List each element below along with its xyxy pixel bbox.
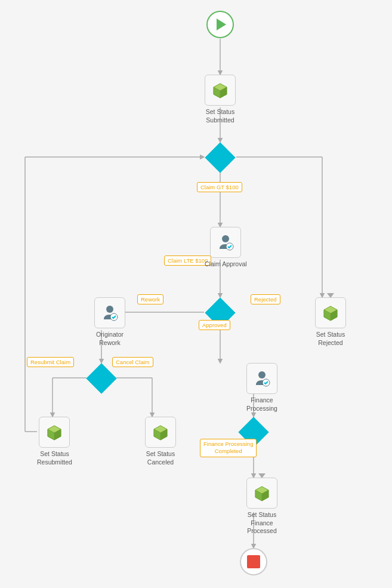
decision2-node: Approved xyxy=(205,297,236,328)
claim-gt-100-badge: Claim GT $100 xyxy=(197,182,242,192)
originator-rework-icon xyxy=(101,304,119,322)
rejected-triangle xyxy=(327,293,334,298)
cube-icon-resubmitted xyxy=(45,423,63,441)
claim-approval-node: Claim Approval xyxy=(205,227,247,269)
decision3-diamond xyxy=(87,364,117,394)
set-status-resubmitted-label: Set StatusResubmitted xyxy=(37,450,72,466)
svg-point-25 xyxy=(106,306,113,313)
end-square xyxy=(247,555,260,568)
decision3-node xyxy=(86,363,117,394)
originator-rework-node: Originator Rework xyxy=(86,297,134,347)
set-status-finance-processed-label: Set Status FinanceProcessed xyxy=(238,511,286,535)
cancel-claim-badge: Cancel Claim xyxy=(112,357,153,367)
set-status-rejected-label: Set Status Rejected xyxy=(307,331,354,347)
finance-processed-triangle xyxy=(258,473,266,478)
cube-icon-rejected xyxy=(322,304,339,322)
rework-badge: Rework xyxy=(137,294,163,304)
resubmit-claim-badge: Resubmit Claim xyxy=(27,357,74,367)
set-status-rejected-node: Set Status Rejected xyxy=(307,297,354,347)
user-approval-icon xyxy=(217,233,234,251)
workflow-diagram: Set StatusSubmitted Claim GT $100 Claim … xyxy=(0,0,392,588)
finance-completed-badge: Finance ProcessingCompleted xyxy=(200,439,257,457)
cube-icon-finance-processed xyxy=(253,484,271,502)
start-circle xyxy=(206,11,234,38)
end-node xyxy=(240,548,267,575)
set-status-submitted-label: Set StatusSubmitted xyxy=(206,108,234,124)
svg-point-23 xyxy=(222,235,229,242)
finance-processing-node: Finance Processing xyxy=(238,363,286,412)
finance-processing-label: Finance Processing xyxy=(238,396,286,412)
decision1-node xyxy=(205,142,236,173)
claim-approval-label: Claim Approval xyxy=(205,260,247,269)
set-status-submitted-node: Set StatusSubmitted xyxy=(205,75,236,124)
set-status-canceled-label: Set Status Canceled xyxy=(137,450,184,466)
set-status-resubmitted-node: Set StatusResubmitted xyxy=(37,417,72,466)
decision1-diamond xyxy=(205,143,236,173)
end-circle xyxy=(240,548,267,575)
set-status-finance-processed-node: Set Status FinanceProcessed xyxy=(238,478,286,535)
approved-badge: Approved xyxy=(199,320,230,330)
cube-icon xyxy=(211,81,229,99)
finance-processing-icon xyxy=(253,370,271,387)
originator-rework-label: Originator Rework xyxy=(86,331,134,347)
set-status-canceled-node: Set Status Canceled xyxy=(137,417,184,466)
start-node xyxy=(206,11,234,38)
cube-icon-canceled xyxy=(152,423,169,441)
play-icon xyxy=(217,19,226,30)
rejected-badge: Rejected xyxy=(251,294,280,304)
svg-point-31 xyxy=(258,371,266,378)
